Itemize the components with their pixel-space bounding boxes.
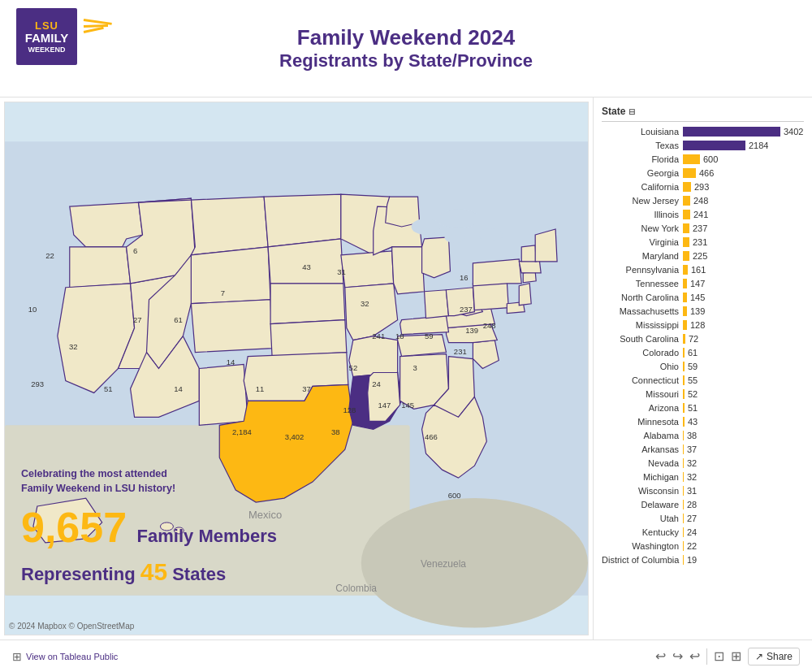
toolbar-right: ↩ ↪ ↩ ⊡ ⊞ ↗ Share [655, 648, 800, 665]
bar-container: 27 [683, 513, 804, 524]
bar-state-label: Colorado [602, 348, 683, 358]
bar-value: 28 [687, 500, 697, 509]
bar-state-label: Mississippi [602, 320, 683, 330]
redo-button[interactable]: ↪ [672, 648, 683, 664]
bar-container: 28 [683, 499, 804, 510]
svg-marker-47 [521, 245, 536, 262]
bar-fill [683, 514, 684, 523]
bar-container: 248 [683, 195, 804, 206]
svg-marker-37 [425, 290, 449, 319]
bar-row: Pennsylvania 161 [602, 262, 804, 276]
logo-box: LSU FAMILY WEEKEND [16, 8, 97, 85]
members-label: Family Members [137, 526, 277, 546]
bar-value: 32 [687, 458, 697, 468]
bar-chart: Louisiana 3402 Texas 2184 Florida 600 Ge… [602, 124, 804, 566]
bar-value: 2184 [749, 141, 768, 150]
bar-row: Texas 2184 [602, 138, 804, 152]
bar-value: 32 [687, 472, 697, 482]
bar-container: 147 [683, 278, 804, 289]
panel-header: State ⊟ [602, 102, 804, 122]
share-button[interactable]: ↗ Share [748, 648, 800, 665]
expand-button[interactable]: ⊞ [731, 648, 741, 664]
bar-state-label: Connecticut [602, 375, 683, 385]
bar-container: 61 [683, 347, 804, 358]
bar-container: 32 [683, 471, 804, 483]
logo-line-2 [84, 24, 108, 27]
bar-value: 37 [687, 444, 697, 454]
bar-container: 38 [683, 430, 804, 441]
bar-row: Washington 22 [602, 539, 804, 553]
bar-fill [683, 306, 687, 316]
info-overlay: Celebrating the most attendedFamily Week… [21, 466, 277, 587]
bar-state-label: Illinois [602, 210, 683, 219]
bar-state-label: Arizona [602, 403, 683, 413]
bar-fill [683, 472, 684, 482]
bar-state-label: Massachusetts [602, 306, 683, 316]
toolbar-divider [706, 648, 707, 665]
bar-fill [683, 375, 685, 385]
toolbar-left: ⊞ View on Tableau Public [12, 650, 118, 663]
bar-row: Mississippi 128 [602, 318, 804, 332]
bar-state-label: California [602, 182, 683, 192]
bar-value: 24 [687, 527, 697, 537]
svg-point-52 [478, 228, 503, 241]
bar-state-label: New Jersey [602, 196, 683, 206]
bar-value: 241 [693, 210, 708, 219]
tableau-icon: ⊞ [12, 650, 22, 663]
svg-marker-48 [535, 229, 557, 262]
bar-value: 237 [693, 223, 707, 233]
bar-value: 293 [694, 182, 709, 192]
right-panel[interactable]: State ⊟ Louisiana 3402 Texas 2184 Florid… [593, 98, 812, 639]
bar-container: 22 [683, 540, 804, 552]
celebration-text: Celebrating the most attendedFamily Week… [21, 466, 277, 497]
bar-row: Connecticut 55 [602, 373, 804, 387]
header: LSU FAMILY WEEKEND Family Weekend 2024 R… [0, 0, 812, 98]
bar-state-label: Kentucky [602, 527, 683, 537]
view-tableau-label[interactable]: View on Tableau Public [26, 652, 118, 661]
bar-state-label: Georgia [602, 168, 683, 178]
bar-row: Missouri 52 [602, 387, 804, 401]
bar-row: Minnesota 43 [602, 414, 804, 428]
mexico-label: Mexico [248, 509, 282, 521]
bar-fill [683, 210, 690, 219]
bar-fill [683, 431, 684, 440]
svg-point-49 [412, 219, 441, 235]
bar-row: Arizona 51 [602, 401, 804, 414]
undo2-button[interactable]: ↩ [689, 648, 700, 664]
bar-value: 161 [691, 265, 706, 275]
bar-container: 128 [683, 319, 804, 331]
bar-fill [683, 182, 691, 192]
svg-point-50 [444, 232, 464, 243]
bar-row: Virginia 231 [602, 235, 804, 249]
bar-row: Ohio 59 [602, 359, 804, 373]
bar-container: 2184 [683, 140, 804, 151]
bar-value: 43 [688, 417, 698, 427]
bar-container: 466 [683, 167, 804, 179]
venezuela-label: Venezuela [421, 558, 466, 570]
bar-container: 51 [683, 402, 804, 414]
sub-title: Registrants by State/Province [279, 50, 533, 72]
bar-row: Wisconsin 31 [602, 483, 804, 497]
svg-marker-23 [349, 336, 398, 377]
bar-row: Utah 27 [602, 511, 804, 525]
bar-state-label: Nevada [602, 458, 683, 468]
svg-marker-44 [519, 284, 531, 306]
title-area: Family Weekend 2024 Registrants by State… [279, 25, 533, 72]
bar-state-label: Washington [602, 541, 683, 551]
bar-container: 59 [683, 361, 804, 372]
filter-icon[interactable]: ⊟ [628, 107, 635, 116]
bar-fill [683, 555, 684, 565]
bar-container: 24 [683, 527, 804, 538]
bar-container: 237 [683, 223, 804, 234]
bar-state-label: Tennessee [602, 279, 683, 288]
bar-row: District of Columbia 19 [602, 553, 804, 566]
bar-state-label: Maryland [602, 251, 683, 261]
bar-value: 225 [693, 251, 707, 261]
bar-row: Alabama 38 [602, 428, 804, 442]
svg-marker-21 [341, 251, 394, 288]
layout-button[interactable]: ⊡ [714, 648, 724, 664]
bar-fill [683, 237, 689, 247]
bar-fill [683, 279, 687, 288]
undo-button[interactable]: ↩ [655, 648, 666, 664]
map-area: 2210322936276151147141143313224118522459… [4, 102, 589, 635]
